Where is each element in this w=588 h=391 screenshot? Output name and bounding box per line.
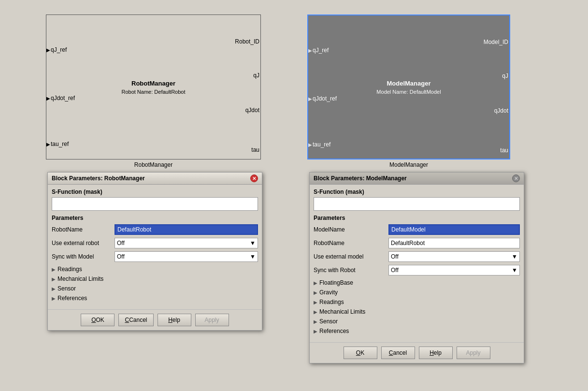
right-section-references: ▶ References	[314, 327, 520, 335]
right-section-readings: ▶ Readings	[314, 298, 520, 306]
left-apply-button[interactable]: Apply	[195, 314, 229, 326]
port-qj-right: qJ	[253, 72, 259, 79]
dropdown-arrow-2: ▼	[250, 253, 256, 260]
left-section-sensor-header[interactable]: ▶ Sensor	[52, 284, 258, 293]
right-cancel-button[interactable]: Cancel	[381, 347, 415, 359]
right-section-gravity: ▶ Gravity	[314, 288, 520, 297]
right-section-references-header[interactable]: ▶ References	[314, 327, 520, 335]
right-dialog-title: Block Parameters: ModelManager	[314, 175, 407, 182]
right-section-gravity-header[interactable]: ▶ Gravity	[314, 288, 520, 297]
left-dialog-title: Block Parameters: RobotManager	[52, 175, 145, 182]
port-qjdot-right-block: qJdot	[494, 107, 508, 114]
right-sfunc-label: S-Function (mask)	[314, 188, 520, 195]
right-model-name-input[interactable]	[388, 224, 520, 235]
right-sync-robot-select[interactable]: Off ▼	[388, 265, 520, 275]
left-sync-model-row: Sync with Model Off ▼	[52, 251, 258, 262]
right-block-center: ModelManager Model Name: DefaultModel	[376, 80, 441, 95]
left-use-external-robot-label: Use external robot	[52, 240, 115, 246]
port-model-id-right: Model_ID	[484, 39, 508, 45]
left-section-references: ▶ References	[52, 294, 258, 303]
left-block-center: RobotManager Robot Name: DefaultRobot	[121, 80, 185, 95]
right-model-name-row: ModelName	[314, 224, 520, 235]
right-use-external-model-row: Use external model Off ▼	[314, 251, 520, 262]
right-use-external-model-label: Use external model	[314, 253, 388, 260]
right-section-sensor-header[interactable]: ▶ Sensor	[314, 317, 520, 326]
left-block-diagram: ▶ qJ_ref ▶ qJdot_ref ▶ tau_ref Robot_ID …	[46, 14, 261, 168]
model-manager-block[interactable]: ▶ qJ_ref ▶ qJdot_ref ▶ tau_ref Model_ID …	[307, 14, 510, 159]
right-help-button[interactable]: Help	[419, 347, 453, 359]
left-help-button[interactable]: Help	[158, 314, 191, 326]
right-apply-button[interactable]: Apply	[457, 347, 490, 359]
right-sfunc-box	[314, 197, 520, 211]
right-floating-label: FloatingBase	[319, 279, 353, 286]
right-block-label: ModelManager	[307, 161, 510, 168]
right-readings-arrow: ▶	[314, 300, 317, 305]
right-dialog: Block Parameters: ModelManager ✕ S-Funct…	[309, 172, 524, 363]
right-section-floating-base: ▶ FloatingBase	[314, 278, 520, 287]
left-sync-model-select[interactable]: Off ▼	[115, 251, 258, 262]
right-readings-label: Readings	[319, 299, 344, 305]
right-section-readings-header[interactable]: ▶ Readings	[314, 298, 520, 306]
right-refs-arrow: ▶	[314, 329, 317, 334]
robot-manager-block[interactable]: ▶ qJ_ref ▶ qJdot_ref ▶ tau_ref Robot_ID …	[46, 14, 261, 159]
left-sync-model-label: Sync with Model	[52, 253, 115, 260]
right-gravity-arrow: ▶	[314, 290, 317, 295]
left-apply-label: Apply	[205, 317, 219, 323]
left-sensor-arrow: ▶	[52, 286, 56, 291]
left-sensor-label: Sensor	[57, 285, 76, 292]
port-qj-ref-right-block: ▶ qJ_ref	[308, 47, 329, 54]
right-apply-label: Apply	[466, 349, 480, 356]
right-section-mechanical-limits-header[interactable]: ▶ Mechanical Limits	[314, 307, 520, 316]
port-qjdot-right: qJdot	[245, 107, 259, 114]
left-section-readings-header[interactable]: ▶ Readings	[52, 265, 258, 274]
left-sfunc-label: S-Function (mask)	[52, 188, 258, 195]
left-refs-arrow: ▶	[52, 296, 56, 301]
right-section-sensor: ▶ Sensor	[314, 317, 520, 326]
right-use-external-model-select[interactable]: Off ▼	[388, 251, 520, 262]
right-robot-name-input[interactable]	[388, 238, 520, 248]
right-refs-label: References	[319, 328, 349, 334]
port-qjdot-ref-right-block: ▶ qJdot_ref	[308, 95, 337, 102]
right-mech-label: Mechanical Limits	[319, 308, 365, 315]
right-robot-name-row: RobotName	[314, 238, 520, 248]
left-section-references-header[interactable]: ▶ References	[52, 294, 258, 303]
port-qj-right-block: qJ	[502, 72, 508, 79]
right-sensor-label: Sensor	[319, 318, 338, 325]
right-params-label: Parameters	[314, 215, 520, 221]
port-tau-ref-left: ▶ tau_ref	[46, 141, 69, 147]
port-tau-ref-right-block: ▶ tau_ref	[308, 141, 330, 148]
left-section-mechanical-limits-header[interactable]: ▶ Mechanical Limits	[52, 275, 258, 283]
left-dialog-buttons: OOK CCancel Help Apply	[48, 309, 262, 330]
right-dialog-close-button[interactable]: ✕	[512, 174, 520, 182]
right-section-mechanical-limits: ▶ Mechanical Limits	[314, 307, 520, 316]
dropdown-arrow-3: ▼	[512, 253, 517, 260]
right-robot-name-label: RobotName	[314, 240, 388, 246]
left-robot-name-input[interactable]	[115, 224, 258, 235]
right-floating-arrow: ▶	[314, 280, 317, 286]
port-robot-id-right: Robot_ID	[235, 38, 259, 45]
left-robot-name-label: RobotName	[52, 226, 115, 233]
left-readings-arrow: ▶	[52, 267, 56, 272]
left-dialog-close-button[interactable]: ✕	[250, 174, 258, 182]
left-cancel-button[interactable]: CCancel	[118, 314, 153, 326]
left-use-external-robot-select[interactable]: Off ▼	[115, 238, 258, 248]
right-dialog-buttons: OK Cancel Help Apply	[310, 342, 524, 363]
right-section-floating-base-header[interactable]: ▶ FloatingBase	[314, 278, 520, 287]
left-params-label: Parameters	[52, 215, 258, 221]
right-model-name-label: ModelName	[314, 226, 388, 233]
right-sensor-arrow: ▶	[314, 319, 317, 324]
right-ok-button[interactable]: OK	[344, 347, 377, 359]
port-qj-ref-left: ▶ qJ_ref	[46, 46, 67, 53]
left-use-external-robot-row: Use external robot Off ▼	[52, 238, 258, 248]
left-dialog-title-bar: Block Parameters: RobotManager ✕	[48, 173, 262, 185]
right-sync-robot-label: Sync with Robot	[314, 267, 388, 274]
left-section-sensor: ▶ Sensor	[52, 284, 258, 293]
left-refs-label: References	[57, 295, 87, 302]
left-block-label: RobotManager	[46, 161, 261, 168]
port-tau-right: tau	[251, 146, 259, 153]
left-sfunc-box	[52, 197, 258, 211]
right-mech-arrow: ▶	[314, 309, 317, 315]
left-section-readings: ▶ Readings	[52, 265, 258, 274]
dropdown-arrow-1: ▼	[250, 240, 256, 246]
left-ok-button[interactable]: OOK	[81, 314, 115, 326]
